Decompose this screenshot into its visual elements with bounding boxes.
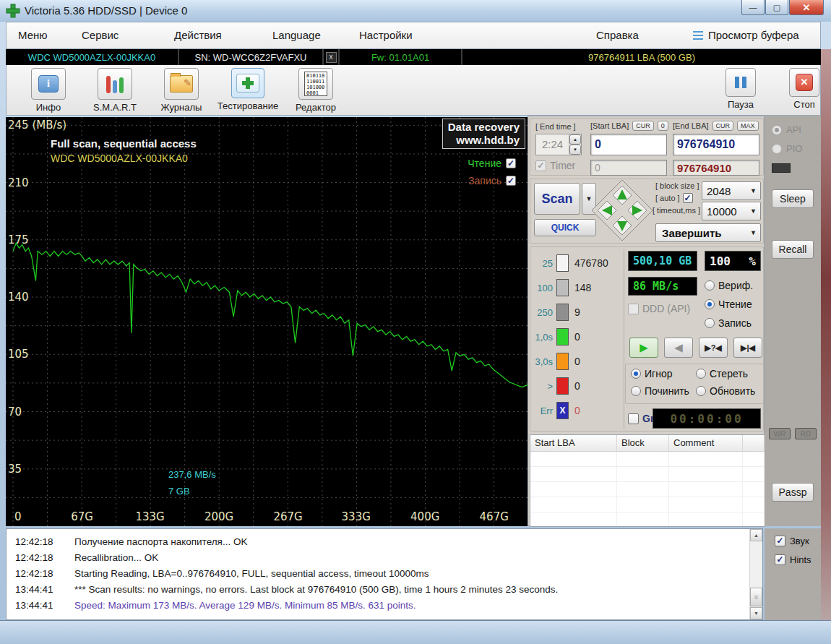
close-button[interactable]: ✕ — [789, 0, 824, 15]
sound-checkbox[interactable]: ✓ — [775, 536, 785, 546]
scan-chart[interactable]: 245 (MB/s)2101751401057035067G133G200G26… — [6, 117, 528, 526]
timer-checkbox[interactable]: ✓ — [535, 160, 546, 171]
hints-checkbox[interactable]: ✓ — [775, 554, 785, 565]
scroll-up-icon[interactable]: ▲ — [750, 529, 762, 541]
erase-radio-row[interactable]: Стереть — [696, 368, 748, 379]
start-button[interactable]: ▶ — [629, 338, 658, 358]
seek-dpad[interactable] — [592, 180, 653, 241]
table-row[interactable] — [530, 452, 765, 467]
log-panel[interactable]: 12:42:18Получение паспорта накопителя...… — [6, 528, 763, 620]
defect-table[interactable]: Start LBABlockComment — [530, 434, 765, 527]
victoria-window: Victoria 5.36 HDD/SSD | Device 0 — ▢ ✕ М… — [0, 0, 831, 644]
menu-item-menu[interactable]: Меню — [18, 29, 48, 41]
menu-item-settings[interactable]: Настройки — [359, 29, 413, 41]
log-scrollbar[interactable]: ▲ ≡ ▼ — [749, 529, 762, 619]
read-checkbox[interactable]: ✓ — [506, 158, 516, 168]
app-green-cross-icon — [6, 4, 20, 18]
repair-radio[interactable] — [631, 386, 641, 396]
toolbar-journals-button[interactable]: ✎ Журналы — [148, 68, 215, 113]
write-checkbox[interactable]: ✓ — [506, 176, 516, 186]
scroll-down-icon[interactable]: ▼ — [750, 607, 762, 619]
toolbar-smart-button[interactable]: S.M.A.R.T — [82, 68, 148, 113]
ignore-radio[interactable] — [631, 369, 641, 379]
read-radio-row[interactable]: Чтение — [705, 299, 752, 310]
verify-radio[interactable] — [705, 280, 715, 291]
api-radio[interactable] — [772, 125, 782, 135]
grid-checkbox[interactable] — [628, 413, 639, 424]
menu-bar: Меню Сервис Действия Language Настройки … — [6, 22, 821, 49]
table-row[interactable] — [530, 482, 765, 497]
start-lba-zero-button[interactable]: 0 — [658, 121, 668, 131]
table-header-comment[interactable]: Comment — [669, 435, 743, 451]
toolbar-pause-button[interactable]: Пауза — [707, 68, 774, 110]
end-lba-cur-button[interactable]: CUR — [712, 121, 734, 131]
auto-checkbox[interactable]: ✓ — [683, 193, 693, 203]
device-tab-close[interactable]: x — [324, 49, 340, 65]
percent-unit: % — [749, 254, 756, 268]
ignore-radio-row[interactable]: Игнор — [631, 368, 672, 379]
elapsed-time-value: 00:00:00 — [670, 412, 743, 426]
write-radio-row[interactable]: Запись — [705, 317, 752, 329]
scrollbar-thumb[interactable]: ≡ — [750, 588, 762, 606]
log-entry: 12:42:18Получение паспорта накопителя...… — [7, 533, 762, 549]
wr-button[interactable]: WR — [769, 428, 791, 439]
ddd-row[interactable]: DDD (API) — [628, 303, 690, 314]
erase-radio[interactable] — [696, 369, 706, 379]
goto-block-button[interactable]: ▶|◀ — [733, 338, 762, 358]
maximize-button[interactable]: ▢ — [765, 0, 788, 15]
sleep-button[interactable]: Sleep — [772, 189, 814, 208]
end-time-spinner[interactable]: 2:24 ▲ ▼ — [535, 134, 582, 155]
menu-item-actions[interactable]: Действия — [174, 29, 222, 41]
test-control-panel: [ End time ] 2:24 ▲ ▼ ✓ Timer [Start LBA… — [528, 116, 765, 526]
table-row[interactable] — [530, 512, 765, 527]
timeout-select[interactable]: 10000▼ — [702, 202, 761, 220]
sound-option[interactable]: ✓ Звук — [775, 536, 809, 546]
ddd-checkbox[interactable] — [628, 304, 639, 314]
refresh-radio[interactable] — [696, 386, 706, 396]
pio-radio[interactable] — [772, 144, 782, 154]
scan-button[interactable]: Scan — [534, 183, 580, 215]
rd-button[interactable]: RD — [795, 428, 817, 439]
table-header-block[interactable]: Block — [617, 435, 669, 451]
verify-label: Вериф. — [718, 280, 753, 291]
passp-button[interactable]: Passp — [772, 483, 814, 502]
table-cell — [617, 497, 669, 512]
end-lba-max-button[interactable]: MAX — [737, 121, 759, 131]
toolbar-editor-button[interactable]: 010110 110011 101000 0001 Редактор — [283, 68, 349, 113]
end-lba-input[interactable]: 976764910 — [673, 134, 759, 155]
table-cell — [530, 467, 617, 481]
verify-radio-row[interactable]: Вериф. — [705, 280, 753, 291]
table-row[interactable] — [530, 467, 765, 482]
timer-checkbox-row[interactable]: ✓ Timer — [535, 160, 575, 171]
minimize-button[interactable]: — — [741, 0, 765, 15]
log-entry: 12:42:18Recallibration... OK — [7, 549, 762, 565]
recall-button[interactable]: Recall — [772, 240, 814, 259]
menu-item-service[interactable]: Сервис — [82, 29, 119, 41]
spin-down-icon[interactable]: ▼ — [569, 145, 581, 155]
start-lba-input[interactable]: 0 — [590, 134, 667, 155]
retry-block-button[interactable]: ▶?◀ — [699, 338, 728, 358]
table-cell — [743, 452, 765, 466]
write-radio[interactable] — [705, 318, 715, 328]
table-header-start-lba[interactable]: Start LBA — [530, 435, 617, 451]
end-time-value: 2:24 — [536, 134, 569, 155]
spin-up-icon[interactable]: ▲ — [569, 134, 581, 145]
table-row[interactable] — [530, 497, 765, 512]
back-button[interactable]: ◀ — [664, 338, 693, 358]
toolbar-info-button[interactable]: i Инфо — [15, 68, 82, 113]
menu-item-language[interactable]: Language — [272, 29, 321, 41]
legend-color-swatch — [556, 328, 569, 345]
buffer-view-button[interactable]: Просмотр буфера — [693, 29, 799, 41]
device-model[interactable]: WDC WD5000AZLX-00JKKA0 — [6, 49, 179, 65]
toolbar-testing-button[interactable]: Тестирование — [215, 68, 281, 111]
hints-option[interactable]: ✓ Hints — [775, 554, 811, 565]
block-size-select[interactable]: 2048▼ — [702, 181, 761, 200]
quick-button[interactable]: QUICK — [534, 219, 596, 236]
menu-item-help[interactable]: Справка — [596, 29, 639, 41]
refresh-radio-row[interactable]: Обновить — [696, 385, 755, 397]
read-radio[interactable] — [705, 299, 715, 309]
axis-tick-label: 333G — [342, 510, 371, 523]
after-scan-action-select[interactable]: Завершить▼ — [655, 223, 761, 242]
repair-radio-row[interactable]: Починить — [631, 385, 689, 397]
start-lba-cur-button[interactable]: CUR — [632, 121, 654, 131]
